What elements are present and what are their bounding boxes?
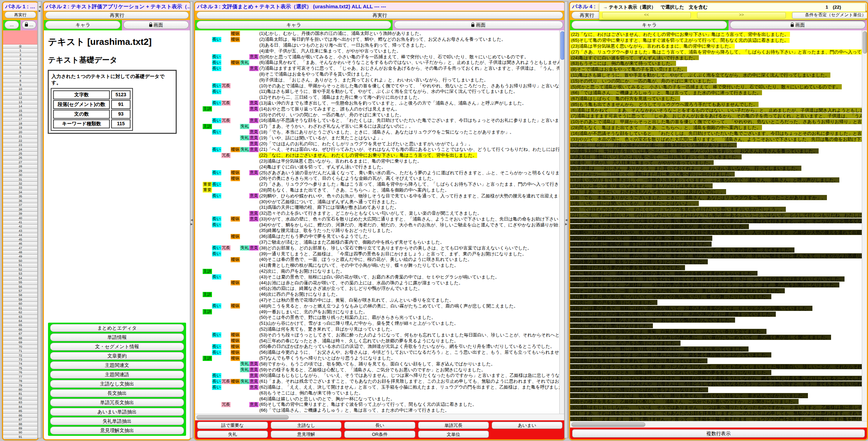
relevance-row[interactable]: (19)「いや、話には聞いているが、まだ見たことはないよ」。 — [570, 200, 862, 206]
segment-row[interactable]: 16 — [3, 113, 38, 117]
screen-lock-button[interactable]: 画面 — [394, 21, 563, 29]
analysis-button[interactable]: 単語冗長文抽出 — [50, 399, 184, 406]
segment-row[interactable]: 61 — [3, 306, 38, 311]
sentence-line[interactable]: 長い曖昧(48)向こうを見ると、かっと燃え立つようなもみじの林の奥に、白い霧がた… — [195, 303, 560, 309]
sentence-text[interactable]: (66)「では浦島さん、ご機嫌よろしゅう」と、亀は言って、また水の中に潜って行き… — [259, 408, 449, 413]
sentence-line[interactable]: 曖昧(36)浦島はただもう夢の中で夢を見ているようでした。 — [195, 234, 560, 239]
segment-row[interactable]: 27 — [3, 160, 38, 165]
multiline-display-button[interactable]: 複数行表示 — [572, 429, 865, 438]
relevance-sentence-text[interactable]: (28)間もなく、亀はまた出てきて、「さあ、こちらへ」と、浦島を御殿の中へ案内し… — [570, 125, 762, 130]
sentence-line[interactable]: (66)「では浦島さん、ご機嫌よろしゅう」と、亀は言って、また水の中に潜って行き… — [195, 408, 560, 413]
relevance-row[interactable]: (47)そこは秋の景色で花壇の中には、黄菊、白菊が咲き乱れて、ぷんといい香りを立… — [570, 328, 862, 334]
relevance-row[interactable]: (85)もう亀も出てきませんから、どうしてリュウグウへ渡ろう手だてもありませんで… — [570, 101, 862, 107]
collapse-right-icon[interactable]: ▶ — [565, 223, 568, 226]
segment-row[interactable]: 47 — [3, 246, 38, 251]
segment-row[interactable]: 55 — [3, 281, 38, 285]
segment-row[interactable]: 87 — [3, 418, 38, 422]
sentence-text[interactable]: (7)浦島はますます可哀そうに思って、「じゃあ、おじさんがお金をあげるから、その… — [259, 66, 560, 71]
segment-row[interactable]: 19 — [3, 126, 38, 130]
relevance-row[interactable]: (51)山から谷にかけて、雪がまっ白に降り埋んだ中から、柴を焚く煙が細々と上がっ… — [570, 352, 862, 357]
relevance-row[interactable]: (56)浦島は今更のように、「お父さんや、お母さんは、今頃どうしておいでになるだ… — [570, 381, 862, 386]
analysis-button[interactable]: あいまい単語抽出 — [50, 408, 184, 416]
negate-condition-button[interactable]: 条件を否定（セグメント単位） — [792, 12, 868, 19]
sentence-line[interactable]: 重要長い(27)「さあ、リュウグウへ参りました」亀はこう言って、浦島を背中から降… — [195, 182, 560, 187]
sentence-line[interactable]: 冗長意見(65)そして亀の背中に乗りますと、亀はすぐ波を切って上がって行って、間… — [195, 402, 560, 408]
sentence-text[interactable]: (8)そこで浦島はお金をやって亀の子を貰い受けました。 — [259, 71, 374, 77]
scrollbar-thumb[interactable] — [571, 422, 645, 427]
relevance-row[interactable]: (34)やがて、鯛をかしらに、鰹だの、河豚だの、海老だの、蛸だの、大小色々のお魚… — [570, 253, 862, 258]
filter-button[interactable]: 長い — [344, 422, 415, 429]
relevance-sentence-text[interactable]: (26)その奥にきらきら光って、目のくらむような金銀の瓦が、高くそびえていました… — [570, 224, 749, 229]
sentence-text[interactable]: (37)ご馳走が済むと、浦島はまた乙姫様の案内で、御殿の中を残らず見せてもらいま… — [259, 239, 445, 245]
relevance-row[interactable]: (45)お池の淵には、綺麗なさざ波が立って、おしどりや鴨が浮かんでいました。 — [570, 317, 862, 323]
relevance-sentence-text[interactable]: (9)子供達は、「おじさん、ありがとう、また買っておくれよ」と、わいわい言いなが… — [570, 166, 801, 171]
relevance-row[interactable]: (32)恐々その上を歩いて行きますと、どこからともなくいい匂いがして、楽しい楽の… — [570, 247, 862, 253]
vertical-scrollbar[interactable] — [559, 30, 565, 414]
relevance-sentence-text[interactable]: (36)浦島はただもう夢の中で夢を見ているようでした。 — [570, 265, 685, 270]
sentence-line[interactable]: 長い曖昧(53)そのうち段々ぼうっとしてきて、お酒に酔った人のようになって、何も… — [195, 332, 560, 338]
segment-row[interactable]: 2 — [3, 53, 38, 57]
sentence-text[interactable]: (57)なんでも早くうちへ帰りたいとばかり思うようになりました。 — [259, 355, 395, 361]
segment-row[interactable]: 57 — [3, 289, 38, 293]
sentence-line[interactable]: 長い意見(60)浦島はもじもじしながら、「いいえ、そうではありません、じつは家へ… — [195, 373, 560, 379]
segment-row[interactable]: 13 — [3, 100, 38, 105]
segment-row[interactable]: 83 — [3, 401, 38, 405]
relevance-sentence-text[interactable]: (27)「さあ、リュウグウへ参りました」亀はこう言って、浦島を背中から降ろして、… — [570, 49, 862, 55]
segment-row[interactable]: 51 — [3, 263, 38, 267]
segment-row[interactable]: 18 — [3, 122, 38, 126]
segment-row[interactable]: 3 — [3, 57, 38, 61]
relevance-sentence-text[interactable]: (62)浦島は、「ええ、ええ、決して開けません」と言って、玉手箱を小脇に抱えたま… — [570, 416, 862, 421]
segment-row[interactable]: 64 — [3, 319, 38, 323]
sentence-text[interactable]: (63)もうそこには、例の亀が来て待っていました。 — [259, 390, 363, 396]
prev-match-button[interactable]: << — [602, 12, 691, 19]
relevance-sentence-text[interactable]: (41)青青とした柳の枝が風になびいて、その中で小鳥が鳴いたり、蝶々が舞ったりし… — [570, 294, 771, 299]
relevance-sentence-text[interactable]: (48)向こうを見ると、かっと燃え立つようなもみじの林の奥に、白い霧がたちこめて… — [570, 335, 831, 340]
relevance-row[interactable]: (21)「へえ、それは面白いね、ぜひ行ってみたいが、それはなんでも海の底にあると… — [570, 212, 862, 218]
sentence-line[interactable]: 長い曖昧失礼(6)浦島は見かねて、「まあ、そんなかわいそうなことをするものではな… — [195, 60, 560, 66]
segment-row[interactable]: 10 — [3, 87, 38, 91]
sentence-line[interactable]: 冗長(22)「なに、わけはございません、わたくしの背中にお乗り下さい」亀はこう言… — [195, 153, 560, 158]
segment-row[interactable]: 7 — [3, 75, 38, 79]
char-button[interactable]: キャラ — [571, 21, 727, 29]
horizontal-scrollbar[interactable] — [570, 421, 867, 428]
sentence-text[interactable]: (53)そのうち段々ぼうっとしてきて、お酒に酔った人のようになって、何もかも忘れ… — [259, 332, 560, 338]
sentence-text[interactable]: (14)おやと思って振り返ってみますと、誰も人のかげは見えません。 — [259, 106, 400, 112]
horizontal-scrollbar[interactable] — [195, 414, 565, 420]
relevance-row[interactable]: (18)「でも、本当にありがとうございました、ときに、浦島さん、あなたはリュウグ… — [570, 194, 862, 200]
segment-row[interactable]: 20 — [3, 130, 38, 135]
sentence-line[interactable]: (47)そこは秋の景色で花壇の中には、黄菊、白菊が咲き乱れて、ぷんといい香りを立… — [195, 297, 560, 303]
sentence-text[interactable]: (35)綺麗な腰元達は、歌をうたったり踊りをおどったりしました。 — [259, 228, 395, 233]
sentence-text[interactable]: (38)どのお部屋も、どのお部屋も、珍しい宝石で飾り立ててありますからその美しさ… — [259, 245, 532, 251]
relevance-sentence-text[interactable]: (39)一通り見てしまうと、乙姫様は、「今度は四季の景色をお目にかけましょう」と… — [570, 282, 839, 287]
relevance-row[interactable]: (65)そして亀の背中に乗りますと、亀はすぐ波を切って上がって行って、間もなく元… — [570, 37, 862, 43]
relevance-row[interactable]: (41)青青とした柳の枝が風になびいて、その中で小鳥が鳴いたり、蝶々が舞ったりし… — [570, 293, 862, 299]
sentence-line[interactable]: 長い(39)一通り見てしまうと、乙姫様は、「今度は四季の景色をお目にかけましょう… — [195, 251, 560, 257]
sentence-text[interactable]: (16)浦島が不思議そうな顔をしていると、「わたくしは、先日助けていただいた亀で… — [259, 118, 560, 123]
segment-row[interactable]: 65 — [3, 323, 38, 327]
segment-row[interactable]: 46 — [3, 242, 38, 246]
segment-row[interactable]: 33 — [3, 186, 38, 190]
relevance-row[interactable]: (10)そのあとで浦島は、甲羅からそっと出した亀の首を優しく撫でてやって、「やれ… — [570, 118, 862, 124]
scrollbar-thumb[interactable] — [196, 415, 289, 420]
sentence-text[interactable]: (59)その様子を見ると、乙姫様は心配して、「浦島さん、ご気分でもお悪いのですか… — [259, 367, 486, 373]
relevance-row[interactable]: (53)そのうち段々ぼうっとしてきて、お酒に酔った人のようになって、何もかも忘れ… — [570, 363, 862, 369]
relevance-sentence-text[interactable]: (20)「ではほんのお礼の印に、わたくしがリュウグウを見せて上げたいと思いますが… — [570, 207, 786, 212]
sentence-line[interactable]: 曖昧(26)その奥にきらきら光って、目のくらむような金銀の瓦が、高くそびえていま… — [195, 176, 560, 182]
sentence-line[interactable]: 長い(11)亀はさも嬉しそうに、首や手足を動かして、やがて、ぶくぶく泡を立てなが… — [195, 89, 560, 95]
sentence-text[interactable]: (21)「へえ、それは面白いね、ぜひ行ってみたいが、それはなんでも海の底にあると… — [259, 147, 560, 152]
segment-row[interactable]: 31 — [3, 178, 38, 182]
segment-row[interactable]: 80 — [3, 388, 38, 392]
relevance-row[interactable]: (1)むかし、むかし、丹後の国水の江の浦に、浦島太郎という漁師がありました。 — [570, 142, 862, 148]
relevance-sentence-text[interactable]: (8)そこで浦島はお金をやって亀の子を貰い受けました。 — [570, 67, 687, 72]
relevance-row[interactable]: (54)三年めの春になったとき、浦島は時々、久しく忘れていた故郷の夢を見るように… — [570, 369, 862, 375]
filter-button[interactable]: OR条件 — [344, 431, 415, 438]
relevance-row[interactable]: (25)ざあざあいう波の音がだんだん遠くなって、青い青い水の底へ、ただもう夢のよ… — [570, 218, 862, 224]
relevance-row[interactable]: (31)瑪瑙の天井に珊瑚の柱、廊下には瑠璃が敷き詰めてありました。 — [570, 241, 862, 247]
collapse-left-icon[interactable]: ◀ — [38, 5, 42, 9]
relevance-sentence-text[interactable]: (42)次に、南の戸をお開けになりました。 — [570, 300, 657, 305]
sentence-line[interactable]: 主語失礼(17)「まあ、そうかい、わざわざ礼なんぞ言いに来るには及ばないのに」。 — [195, 124, 560, 129]
sentence-text[interactable]: (48)向こうを見ると、かっと燃え立つようなもみじの林の奥に、白い霧がたちこめて… — [259, 303, 518, 309]
relevance-row[interactable]: (37)ご馳走が済むと、浦島はまた乙姫様の案内で、御殿の中を残らず見せてもらいま… — [570, 270, 862, 276]
relevance-sentence-text[interactable]: (57)なんでも早くうちへ帰りたいとばかり思うようになりました。 — [570, 387, 708, 392]
segment-row[interactable]: 23 — [3, 143, 38, 147]
